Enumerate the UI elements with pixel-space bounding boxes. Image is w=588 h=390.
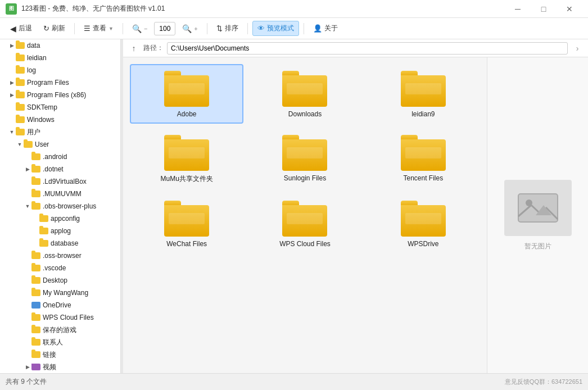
sidebar-item-appconfig[interactable]: appconfig [0, 212, 120, 225]
preview-no-image-text: 暂无图片 [524, 242, 551, 251]
back-button[interactable]: ◀ 后退 [6, 21, 37, 35]
restore-button[interactable]: □ [531, 0, 557, 18]
sidebar-item-user[interactable]: ▼ User [0, 138, 120, 151]
view-button[interactable]: ☰ 查看 ▼ [79, 21, 118, 35]
main-layout: ▶ data leidian log ▶ Program Files ▶ [0, 39, 588, 373]
refresh-button[interactable]: ↻ 刷新 [39, 21, 70, 35]
folder-icon [16, 104, 25, 111]
preview-mode-icon: 👁 [257, 24, 265, 33]
sidebar-item-label: User [35, 140, 120, 148]
folder-thumbnail [164, 135, 209, 171]
folder-thumbnail [164, 71, 209, 107]
file-item-wpsdrive[interactable]: WPSDrive [367, 194, 480, 253]
sidebar-item-label: 保存的游戏 [43, 325, 120, 335]
sidebar-item-sdktemp[interactable]: SDKTemp [0, 101, 120, 114]
sidebar-scroll[interactable]: ▶ data leidian log ▶ Program Files ▶ [0, 39, 120, 373]
file-item-sunlogin[interactable]: Sunlogin Files [248, 128, 361, 189]
sidebar-item-label: 链接 [43, 350, 120, 360]
file-item-tencent[interactable]: Tencent Files [367, 128, 480, 189]
sidebar-item-onedrive[interactable]: OneDrive [0, 299, 120, 311]
folder-icon [31, 252, 40, 259]
sidebar-item-label: database [51, 239, 120, 247]
sidebar-item-label: SDKTemp [27, 103, 120, 111]
file-item-wps-cloud[interactable]: WPS Cloud Files [248, 194, 361, 253]
back-arrow-icon: ◀ [10, 24, 16, 33]
sidebar-item-android[interactable]: .android [0, 151, 120, 163]
pathbar: ↑ 路径： › [123, 39, 588, 57]
file-item-leidian9[interactable]: leidian9 [367, 64, 480, 124]
sidebar-item-users[interactable]: ▼ 用户 [0, 126, 120, 138]
sort-button[interactable]: ⇅ 排序 [212, 21, 243, 35]
preview-mode-button[interactable]: 👁 预览模式 [252, 21, 299, 36]
folder-icon [31, 203, 40, 210]
folder-shine [405, 147, 441, 158]
sidebar-item-dotnet[interactable]: ▶ .dotnet [0, 163, 120, 175]
zoom-out-button[interactable]: 🔍 − [128, 22, 152, 35]
close-button[interactable]: ✕ [557, 0, 582, 18]
sidebar-item-obs-browser-plus[interactable]: ▼ .obs-browser-plus [0, 200, 120, 212]
sidebar-item-wps-cloud[interactable]: WPS Cloud Files [0, 311, 120, 324]
sidebar-item-label: .vscode [43, 264, 120, 272]
folder-icon [16, 129, 25, 135]
window-controls: ─ □ ✕ [505, 0, 582, 18]
file-label: Adobe [177, 110, 197, 118]
folder-icon [31, 339, 40, 346]
path-forward-button[interactable]: › [571, 42, 584, 55]
no-image-svg [515, 188, 560, 228]
file-label: Tencent Files [403, 174, 443, 182]
sidebar-item-program-files-x86[interactable]: ▶ Program Files (x86) [0, 89, 120, 101]
about-button[interactable]: 👤 关于 [309, 21, 342, 35]
sidebar-item-oss-browser[interactable]: .oss-browser [0, 250, 120, 262]
sidebar-item-leidian[interactable]: leidian [0, 52, 120, 64]
sidebar-item-links[interactable]: 链接 [0, 348, 120, 361]
sidebar-item-database[interactable]: database [0, 237, 120, 250]
file-item-adobe[interactable]: Adobe [130, 64, 243, 124]
zoom-in-icon: 🔍 [182, 24, 192, 33]
file-item-mumu[interactable]: MuMu共享文件夹 [130, 128, 243, 189]
sidebar-item-ld9[interactable]: .Ld9VirtualBox [0, 175, 120, 188]
sidebar-item-desktop[interactable]: Desktop [0, 274, 120, 287]
sidebar-item-mumu[interactable]: .MUMUVMM [0, 188, 120, 200]
folder-thumbnail [401, 135, 446, 171]
statusbar-right: 意见反馈QQ群：634722651 [505, 378, 582, 386]
sidebar-item-label: applog [51, 227, 120, 235]
sidebar-item-label: 联系人 [43, 338, 120, 347]
sidebar-item-my-wangwang[interactable]: My WangWang [0, 287, 120, 299]
folder-icon [16, 116, 25, 123]
expand-arrow: ▶ [24, 364, 31, 370]
path-up-button[interactable]: ↑ [128, 42, 140, 55]
expand-arrow: ▼ [8, 129, 16, 135]
separator-2 [123, 23, 123, 34]
sidebar-item-videos[interactable]: ▶ 视频 [0, 361, 120, 373]
sidebar-item-log[interactable]: log [0, 64, 120, 76]
folder-icon [31, 153, 40, 160]
folder-icon [16, 42, 25, 49]
sidebar-item-save-games[interactable]: 保存的游戏 [0, 324, 120, 336]
sidebar-item-contacts[interactable]: 联系人 [0, 336, 120, 348]
content-area: ↑ 路径： › Adobe [123, 39, 588, 373]
sort-label: 排序 [225, 24, 238, 33]
zoom-in-button[interactable]: 🔍 + [178, 22, 202, 35]
sidebar-item-label: Program Files [27, 79, 120, 87]
path-input[interactable] [167, 42, 568, 55]
sidebar-item-applog[interactable]: applog [0, 225, 120, 237]
file-item-wechat[interactable]: WeChat Files [130, 194, 243, 253]
sidebar-item-windows[interactable]: Windows [0, 114, 120, 126]
folder-icon [31, 289, 40, 296]
folder-icon [16, 55, 25, 61]
file-label: leidian9 [411, 110, 435, 118]
window-title: 123看图 - 免费、纯净、无广告的看图软件 v1.01 [21, 4, 165, 13]
zoom-minus-icon: − [144, 25, 147, 32]
sidebar-item-vscode[interactable]: .vscode [0, 262, 120, 274]
minimize-button[interactable]: ─ [505, 0, 531, 18]
sidebar-item-data[interactable]: ▶ data [0, 39, 120, 52]
folder-shine [405, 213, 441, 224]
sidebar-item-program-files[interactable]: ▶ Program Files [0, 76, 120, 89]
preview-image-box [504, 180, 572, 236]
sidebar-item-label: My WangWang [43, 289, 120, 297]
zoom-input[interactable]: 100 [155, 25, 175, 33]
separator-4 [247, 23, 248, 34]
sidebar-item-label: Program Files (x86) [27, 91, 120, 99]
refresh-label: 刷新 [52, 24, 65, 33]
file-item-downloads[interactable]: Downloads [248, 64, 361, 124]
